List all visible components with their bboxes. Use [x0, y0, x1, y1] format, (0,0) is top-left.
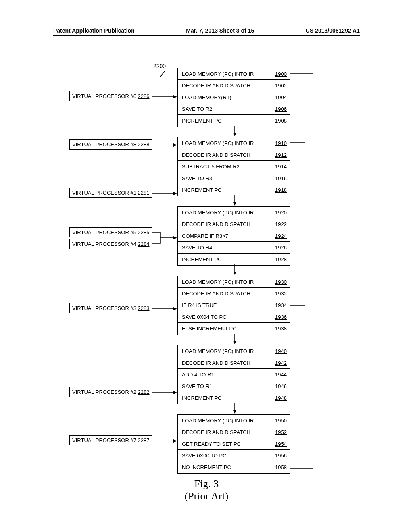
- instr-num: 1922: [275, 221, 287, 227]
- vp-label: VIRTUAL PROCESSOR #5: [72, 229, 136, 235]
- vp-num: 2282: [138, 389, 150, 395]
- vp-box-1: VIRTUAL PROCESSOR #1 2281: [69, 188, 152, 198]
- instr-row: INCREMENT PC1918: [178, 184, 290, 196]
- down-arrow-icon: [231, 403, 239, 414]
- instr-row: IF R4 IS TRUE1934: [178, 299, 290, 311]
- instr-text: SAVE TO R3: [182, 175, 212, 181]
- instr-num: 1944: [275, 372, 287, 378]
- svg-marker-11: [233, 410, 236, 414]
- instr-num: 1926: [275, 245, 287, 251]
- down-arrow-icon: [231, 126, 239, 137]
- svg-marker-9: [233, 341, 236, 344]
- instr-row: LOAD MEMORY (PC) INTO IR1940: [178, 345, 290, 357]
- down-arrow-icon: [231, 264, 239, 276]
- instr-row: LOAD MEMORY (PC) INTO IR1950: [178, 415, 290, 426]
- instr-num: 1928: [275, 256, 287, 262]
- vp-num: 2286: [138, 93, 150, 99]
- vp-num: 2285: [138, 229, 150, 235]
- instr-num: 1900: [275, 71, 287, 77]
- instr-row: DECODE IR AND DISPATCH1932: [178, 288, 290, 299]
- instr-row: SAVE TO R41926: [178, 242, 290, 254]
- instr-text: INCREMENT PC: [182, 256, 222, 262]
- instr-text: LOAD MEMORY(R1): [182, 94, 232, 100]
- svg-marker-3: [233, 133, 236, 136]
- instr-num: 1946: [275, 383, 287, 389]
- instr-text: ADD 4 TO R1: [182, 372, 214, 378]
- figure-caption: Fig. 3 (Prior Art): [0, 478, 413, 502]
- instr-num: 1906: [275, 106, 287, 112]
- instr-num: 1902: [275, 83, 287, 89]
- instr-row: INCREMENT PC1908: [178, 115, 290, 127]
- instr-row: SAVE TO R11946: [178, 380, 290, 392]
- instr-num: 1950: [275, 418, 287, 424]
- instr-num: 1904: [275, 94, 287, 100]
- instr-text: DECODE IR AND DISPATCH: [182, 360, 250, 366]
- instr-text: DECODE IR AND DISPATCH: [182, 291, 250, 297]
- instr-row: LOAD MEMORY (PC) INTO IR1920: [178, 207, 290, 218]
- instr-text: SAVE 0X04 TO PC: [182, 314, 227, 320]
- instr-num: 1940: [275, 348, 287, 354]
- header-left: Patent Application Publication: [53, 27, 135, 34]
- vp-num: 2288: [138, 141, 150, 148]
- down-arrow-icon: [231, 195, 239, 206]
- instr-num: 1912: [275, 152, 287, 158]
- svg-marker-18: [173, 236, 177, 239]
- instr-num: 1916: [275, 175, 287, 181]
- instr-row: SAVE TO R21906: [178, 103, 290, 115]
- svg-marker-20: [173, 307, 177, 310]
- instr-text: LOAD MEMORY (PC) INTO IR: [182, 140, 254, 146]
- instr-text: LOAD MEMORY (PC) INTO IR: [182, 71, 254, 77]
- instr-row: SAVE 0X00 TO PC1956: [178, 450, 290, 461]
- svg-marker-15: [173, 143, 177, 147]
- ref-arrow-icon: [159, 69, 167, 77]
- instr-row: LOAD MEMORY (PC) INTO IR1910: [178, 137, 290, 149]
- instr-text: IF R4 IS TRUE: [182, 302, 217, 308]
- svg-marker-7: [233, 272, 236, 275]
- feedback-inner-icon: [290, 139, 309, 309]
- instr-row: COMPARE IF R3>71924: [178, 230, 290, 242]
- vp-num: 2287: [138, 437, 150, 443]
- ref-2200: 2200: [153, 63, 166, 69]
- instr-block-3: LOAD MEMORY (PC) INTO IR1930DECODE IR AN…: [177, 276, 290, 335]
- instr-num: 1956: [275, 453, 287, 459]
- instr-num: 1952: [275, 429, 287, 435]
- instr-row: DECODE IR AND DISPATCH1912: [178, 149, 290, 161]
- instr-num: 1918: [275, 187, 287, 193]
- instr-block-5: LOAD MEMORY (PC) INTO IR1950DECODE IR AN…: [177, 414, 290, 474]
- instr-text: COMPARE IF R3>7: [182, 233, 228, 239]
- svg-marker-22: [173, 391, 177, 394]
- instr-row: INCREMENT PC1948: [178, 392, 290, 404]
- instr-block-4: LOAD MEMORY (PC) INTO IR1940DECODE IR AN…: [177, 345, 290, 404]
- instr-row: INCREMENT PC1928: [178, 254, 290, 265]
- header-center: Mar. 7, 2013 Sheet 3 of 15: [186, 27, 254, 34]
- vp-box-8: VIRTUAL PROCESSOR #8 2288: [69, 139, 152, 150]
- figure-content: 2200 VIRTUAL PROCESSOR #6 2286 VIRTUAL P…: [0, 60, 413, 532]
- instr-row: DECODE IR AND DISPATCH1922: [178, 218, 290, 230]
- instr-text: DECODE IR AND DISPATCH: [182, 152, 250, 158]
- instr-text: LOAD MEMORY (PC) INTO IR: [182, 418, 254, 424]
- instr-num: 1954: [275, 441, 287, 447]
- vp-label: VIRTUAL PROCESSOR #8: [72, 141, 136, 148]
- right-arrow-icon: [152, 189, 178, 197]
- vp-box-3: VIRTUAL PROCESSOR #3 2283: [69, 303, 152, 313]
- instr-row: DECODE IR AND DISPATCH1952: [178, 426, 290, 438]
- instr-text: SUBTRACT 5 FROM R2: [182, 164, 240, 170]
- instr-num: 1934: [275, 302, 287, 308]
- instr-text: INCREMENT PC: [182, 187, 222, 193]
- vp-label: VIRTUAL PROCESSOR #7: [72, 437, 136, 443]
- right-arrow-icon: [152, 93, 178, 101]
- instr-block-1: LOAD MEMORY (PC) INTO IR1910DECODE IR AN…: [177, 137, 290, 196]
- right-arrow-icon: [152, 141, 178, 149]
- vp-num: 2284: [138, 241, 150, 247]
- instr-num: 1930: [275, 279, 287, 285]
- instr-row: SAVE TO R31916: [178, 172, 290, 184]
- instr-num: 1910: [275, 140, 287, 146]
- vp-num: 2283: [138, 305, 150, 311]
- instr-text: SAVE TO R2: [182, 106, 212, 112]
- vp-label: VIRTUAL PROCESSOR #1: [72, 190, 136, 196]
- vp-label: VIRTUAL PROCESSOR #3: [72, 305, 136, 311]
- vp-label: VIRTUAL PROCESSOR #4: [72, 241, 136, 247]
- instr-text: SAVE TO R4: [182, 245, 212, 251]
- instr-row: SUBTRACT 5 FROM R21914: [178, 161, 290, 172]
- instr-text: SAVE TO R1: [182, 383, 212, 389]
